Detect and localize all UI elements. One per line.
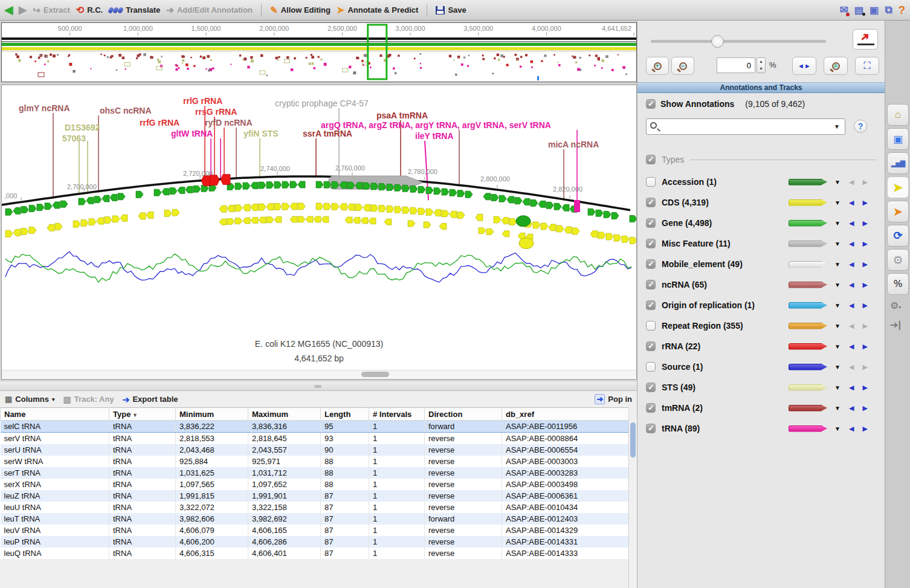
zoom-out-button[interactable]: −	[671, 57, 694, 75]
forward-button[interactable]: ▶	[19, 4, 27, 16]
prev-annotation-button[interactable]: ◀	[849, 260, 854, 268]
zoom-to-selection-button[interactable]: A	[824, 57, 848, 75]
allow-editing-button[interactable]: ✎Allow Editing	[270, 5, 331, 16]
annotation-label[interactable]: glmY ncRNA	[19, 103, 70, 113]
type-checkbox[interactable]	[646, 239, 656, 248]
prev-annotation-button[interactable]: ◀	[849, 322, 854, 330]
tab-annotations-tracks[interactable]: ➤	[887, 176, 909, 198]
annotation-label[interactable]: yfiN STS	[244, 129, 279, 138]
detach-panel-button[interactable]: ➔	[853, 29, 878, 50]
type-checkbox[interactable]	[646, 383, 656, 392]
annotation-label[interactable]: rrsG rRNA	[195, 107, 237, 117]
tab-display[interactable]: ▣	[887, 128, 909, 150]
type-color-dropdown[interactable]: ▼	[834, 199, 841, 206]
next-annotation-button[interactable]: ▶	[862, 240, 867, 248]
prev-annotation-button[interactable]: ◀	[849, 199, 854, 207]
zoom-slider-thumb[interactable]	[711, 35, 724, 48]
prev-annotation-button[interactable]: ◀	[849, 302, 854, 309]
expand-button[interactable]: ⛶	[855, 57, 879, 75]
tab-advanced-settings[interactable]: ⚙	[887, 249, 909, 271]
column-header-maximum[interactable]: Maximum	[248, 408, 321, 421]
tab-statistics[interactable]: ▂▅▇	[887, 152, 909, 174]
annotation-label[interactable]: psaA tmRNA	[376, 111, 428, 120]
zoom-in-button[interactable]: +	[646, 57, 669, 75]
zoom-percent-input[interactable]	[717, 57, 755, 73]
genome-overview[interactable]: 500,0001,000,0001,500,0002,000,0002,500,…	[1, 22, 637, 82]
zoom-stepper[interactable]: ▲▼	[757, 57, 766, 73]
annotation-label[interactable]: 57063	[62, 134, 86, 143]
prev-annotation-button[interactable]: ◀	[849, 178, 854, 186]
type-color-dropdown[interactable]: ▼	[834, 405, 841, 412]
next-annotation-button[interactable]: ▶	[862, 363, 867, 371]
annotate-predict-button[interactable]: ➤Annotate & Predict	[337, 4, 418, 16]
prev-annotation-button[interactable]: ◀	[849, 384, 854, 392]
annotation-label[interactable]: ryfD ncRNA	[205, 118, 253, 128]
back-button[interactable]: ◀	[5, 4, 13, 16]
next-annotation-button[interactable]: ▶	[862, 343, 867, 351]
type-color-dropdown[interactable]: ▼	[834, 302, 841, 309]
collapse-panel-button[interactable]: ➔|	[890, 319, 901, 331]
type-color-swatch[interactable]	[789, 425, 827, 432]
table-row[interactable]: leuZ tRNAtRNA1,991,8151,991,901871revers…	[1, 490, 629, 502]
extract-button[interactable]: ↪Extract	[33, 5, 70, 16]
type-color-swatch[interactable]	[789, 179, 827, 186]
annotation-label[interactable]: D1S3692	[65, 123, 100, 132]
type-color-dropdown[interactable]: ▼	[834, 364, 841, 370]
table-row[interactable]: leuT tRNAtRNA3,982,6063,982,692871forwar…	[1, 513, 629, 525]
annotation-label[interactable]: rrfG rRNA	[140, 118, 179, 128]
column-header-type[interactable]: Type ▼	[109, 408, 176, 421]
table-row[interactable]: serW tRNAtRNA925,884925,971881reverseASA…	[1, 456, 629, 467]
prev-annotation-button[interactable]: ◀	[849, 363, 854, 371]
type-color-dropdown[interactable]: ▼	[834, 241, 841, 247]
type-color-swatch[interactable]	[789, 282, 827, 288]
report-button[interactable]: ▤	[854, 4, 863, 16]
next-annotation-button[interactable]: ▶	[862, 384, 867, 392]
type-color-dropdown[interactable]: ▼	[834, 282, 841, 288]
annotation-label[interactable]: ssrA tmRNA	[303, 129, 352, 138]
next-annotation-button[interactable]: ▶	[862, 199, 867, 207]
tab-live-annotate[interactable]: ⟳	[887, 225, 909, 247]
scrollbar-thumb[interactable]	[361, 372, 389, 377]
type-color-swatch[interactable]	[789, 364, 827, 370]
pop-in-button[interactable]: ➜Pop in	[595, 394, 632, 404]
maximize-view-button[interactable]: ▣	[870, 4, 879, 16]
annotation-label[interactable]: argQ tRNA, argZ tRNA, argY tRNA, argV tR…	[321, 120, 551, 130]
type-checkbox[interactable]	[646, 362, 656, 372]
next-annotation-button[interactable]: ▶	[862, 260, 867, 268]
type-checkbox[interactable]	[646, 424, 656, 433]
type-checkbox[interactable]	[646, 177, 656, 187]
table-vertical-scrollbar[interactable]	[628, 421, 637, 588]
table-row[interactable]: serT tRNAtRNA1,031,6251,031,712881revers…	[1, 467, 629, 479]
type-color-swatch[interactable]	[789, 384, 827, 391]
splitter-handle[interactable]	[314, 385, 321, 388]
table-row[interactable]: selC tRNAtRNA3,836,2223,836,316951forwar…	[1, 421, 629, 433]
annotation-label[interactable]: gltW tRNA	[171, 129, 213, 138]
tab-predict-annotations[interactable]: ➤	[887, 201, 909, 222]
type-checkbox[interactable]	[646, 403, 656, 413]
table-row[interactable]: leuV tRNAtRNA4,606,0794,606,165871revers…	[1, 525, 629, 536]
column-header-db-xref[interactable]: db_xref	[502, 408, 629, 421]
show-annotations-checkbox[interactable]	[646, 99, 656, 109]
panel-options-button[interactable]: ⚙▾	[890, 300, 901, 311]
annotation-label[interactable]: ileY tRNA	[415, 131, 454, 141]
search-help-button[interactable]: ?	[854, 120, 867, 133]
viewer-horizontal-scrollbar[interactable]	[2, 370, 636, 378]
help-button[interactable]: ?	[898, 4, 905, 17]
table-row[interactable]: serV tRNAtRNA2,818,5532,818,645931revers…	[1, 433, 629, 445]
export-table-button[interactable]: ➔Export table	[123, 395, 178, 404]
type-color-swatch[interactable]	[789, 241, 827, 247]
type-color-dropdown[interactable]: ▼	[834, 425, 841, 432]
type-color-dropdown[interactable]: ▼	[834, 261, 841, 268]
table-row[interactable]: leuQ tRNAtRNA4,606,3154,606,401871revers…	[1, 548, 629, 559]
sequence-viewer[interactable]: ,0002,700,0002,720,0002,740,0002,760,000…	[1, 85, 637, 380]
type-color-swatch[interactable]	[789, 302, 827, 309]
translate-button[interactable]: Translate	[109, 5, 160, 15]
type-color-dropdown[interactable]: ▼	[834, 384, 841, 391]
column-header-direction[interactable]: Direction	[425, 408, 502, 421]
type-checkbox[interactable]	[646, 300, 656, 310]
annotation-label[interactable]: rrlG rRNA	[183, 96, 222, 106]
type-checkbox[interactable]	[646, 280, 656, 289]
type-color-swatch[interactable]	[789, 323, 827, 329]
fit-to-width-button[interactable]: ◄►	[792, 57, 816, 75]
share-button[interactable]: ✉	[840, 4, 848, 16]
